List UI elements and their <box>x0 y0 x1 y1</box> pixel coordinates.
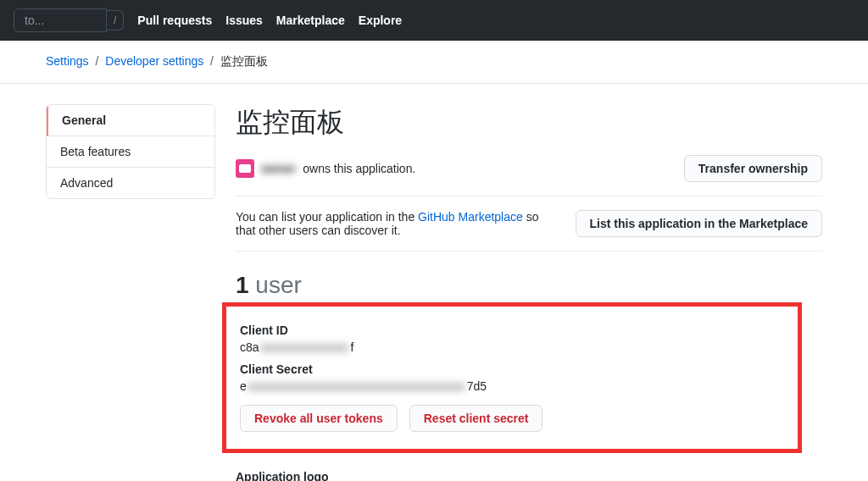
owner-avatar <box>236 159 254 178</box>
page-title: 监控面板 <box>236 104 822 141</box>
client-id-value: c8axxxxxxxxxxxxxf <box>240 340 784 354</box>
top-bar: / Pull requests Issues Marketplace Explo… <box>0 0 868 41</box>
nav-issues[interactable]: Issues <box>225 14 263 27</box>
client-id-label: Client ID <box>240 323 784 337</box>
client-id-suffix: f <box>351 340 354 354</box>
user-count: 1 user <box>236 272 822 299</box>
nav-explore[interactable]: Explore <box>359 14 402 27</box>
nav-marketplace[interactable]: Marketplace <box>276 14 345 27</box>
top-nav: Pull requests Issues Marketplace Explore <box>137 14 402 27</box>
sidebar: General Beta features Advanced <box>46 104 215 481</box>
crumb-settings[interactable]: Settings <box>46 54 89 68</box>
transfer-ownership-button[interactable]: Transfer ownership <box>684 155 822 182</box>
search-input[interactable] <box>14 8 107 32</box>
marketplace-row: You can list your application in the Git… <box>236 210 822 252</box>
reset-secret-button[interactable]: Reset client secret <box>409 405 543 432</box>
client-secret-label: Client Secret <box>240 362 784 376</box>
crumb-sep: / <box>95 54 98 68</box>
client-secret-masked: xxxxxxxxxxxxxxxxxxxxxxxxxxxxxxxx <box>248 379 465 393</box>
user-count-number: 1 <box>236 272 249 298</box>
client-id-masked: xxxxxxxxxxxxx <box>261 340 349 354</box>
layout: General Beta features Advanced 监控面板 owne… <box>19 104 849 481</box>
crumb-sep: / <box>210 54 214 68</box>
credential-buttons: Revoke all user tokens Reset client secr… <box>240 405 784 432</box>
application-logo-heading: Application logo <box>236 470 822 481</box>
crumb-current: 监控面板 <box>220 54 268 68</box>
client-secret-value: exxxxxxxxxxxxxxxxxxxxxxxxxxxxxxxx7d5 <box>240 379 784 393</box>
credentials-highlight-box: Client ID c8axxxxxxxxxxxxxf Client Secre… <box>222 302 802 453</box>
owns-text: owns this application. <box>303 162 415 175</box>
sidebar-item-general[interactable]: General <box>47 105 214 136</box>
sidebar-item-beta-features[interactable]: Beta features <box>47 136 214 168</box>
slash-shortcut-badge: / <box>107 10 124 30</box>
revoke-tokens-button[interactable]: Revoke all user tokens <box>240 405 398 432</box>
owner-row: owner owns this application. Transfer ow… <box>236 155 822 196</box>
client-secret-suffix: 7d5 <box>467 379 487 393</box>
user-count-label: user <box>249 272 302 298</box>
github-marketplace-link[interactable]: GitHub Marketplace <box>418 210 523 224</box>
search-wrap: / <box>14 8 124 32</box>
breadcrumb: Settings / Developer settings / 监控面板 <box>19 54 849 69</box>
mkt-pre: You can list your application in the <box>236 210 418 224</box>
owner-name: owner <box>261 162 296 175</box>
main-content: 监控面板 owner owns this application. Transf… <box>236 104 822 481</box>
nav-pull-requests[interactable]: Pull requests <box>137 14 212 27</box>
crumb-developer-settings[interactable]: Developer settings <box>105 54 203 68</box>
client-secret-prefix: e <box>240 379 247 393</box>
owner-info: owner owns this application. <box>236 159 415 178</box>
list-in-marketplace-button[interactable]: List this application in the Marketplace <box>576 210 823 237</box>
sidebar-item-advanced[interactable]: Advanced <box>47 168 214 198</box>
sidebar-menu: General Beta features Advanced <box>46 104 215 199</box>
marketplace-text: You can list your application in the Git… <box>236 210 555 237</box>
client-id-prefix: c8a <box>240 340 259 354</box>
breadcrumb-row: Settings / Developer settings / 监控面板 <box>0 41 868 84</box>
